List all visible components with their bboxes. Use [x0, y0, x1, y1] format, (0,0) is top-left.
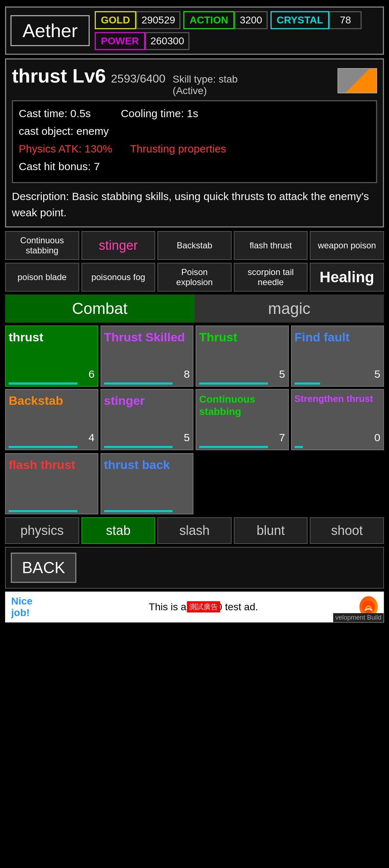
skill-title-area: thrust Lv6 2593/6400 Skill type: stab (A… [12, 65, 238, 97]
btn-backstab[interactable]: Backstab [157, 231, 232, 260]
skill-card-thrust2-bar [199, 382, 268, 385]
skill-card-thrust-skilled-name: Thrust Skilled [104, 330, 190, 345]
power-label: POWER [95, 32, 145, 50]
skill-card-stinger-level: 5 [104, 431, 190, 444]
btn-weapon-poison[interactable]: weapon poison [310, 231, 384, 260]
skill-info-panel: thrust Lv6 2593/6400 Skill type: stab (A… [5, 58, 384, 227]
cast-hit-row: Cast hit bonus: 7 [19, 159, 370, 173]
skill-card-thrust-skilled[interactable]: Thrust Skilled 8 [100, 326, 194, 387]
skill-type: Skill type: stab (Active) [173, 74, 238, 97]
skill-card-flash-thrust-bar [9, 510, 77, 512]
filter-buttons: physics stab slash blunt shoot [5, 517, 384, 544]
skill-card-strengthen-thrust-name: Strengthen thrust [295, 393, 381, 404]
physics-atk-row: Physics ATK: 130% Thrusting properties [19, 142, 370, 156]
skill-card-backstab-name: Backstab [9, 393, 95, 408]
skill-card-stinger-bar [104, 446, 173, 448]
skill-card-backstab-bar [9, 446, 77, 448]
skill-grid-bottom: flash thrust thrust back [5, 453, 384, 514]
skill-card-thrust-back-name: thrust back [104, 457, 190, 472]
skill-card-find-fault-level: 5 [295, 368, 381, 380]
btn-healing[interactable]: Healing [310, 263, 384, 292]
skill-header: thrust Lv6 2593/6400 Skill type: stab (A… [12, 65, 377, 97]
gold-label: GOLD [95, 11, 136, 29]
skill-card-thrust-name: thrust [9, 330, 95, 345]
skill-card-flash-thrust-name: flash thrust [9, 457, 95, 472]
btn-scorpion-tail[interactable]: scorpion tail needle [234, 263, 308, 292]
skill-card-find-fault-name: Find fault [295, 330, 381, 345]
dev-badge: velopment Build [333, 613, 384, 622]
action-stat: ACTION 3200 [183, 11, 268, 29]
character-name: Aether [10, 15, 90, 46]
filter-physics[interactable]: physics [5, 517, 79, 544]
skill-card-continuous-stabbing-level: 7 [199, 431, 285, 444]
action-value: 3200 [234, 11, 268, 29]
btn-poison-explosion[interactable]: Poison explosion [157, 263, 232, 292]
skill-card-strengthen-thrust[interactable]: Strengthen thrust 0 [291, 389, 384, 450]
skill-card-backstab[interactable]: Backstab 4 [5, 389, 98, 450]
btn-continuous-stabbing[interactable]: Continuous stabbing [5, 231, 79, 260]
btn-poisonous-fog[interactable]: poisonous fog [81, 263, 156, 292]
skill-card-thrust-bar [9, 382, 77, 385]
back-area: BACK [5, 547, 384, 589]
skill-card-flash-thrust[interactable]: flash thrust [5, 453, 98, 514]
filter-stab[interactable]: stab [81, 517, 156, 544]
crystal-stat: CRYSTAL 78 [270, 11, 362, 29]
skill-grid-empty-2 [291, 453, 384, 514]
skill-name: thrust Lv6 [12, 65, 106, 87]
skill-grid: thrust 6 Thrust Skilled 8 Thrust 5 Find … [5, 326, 384, 450]
tab-combat[interactable]: Combat [5, 294, 194, 323]
skill-card-thrust-back-bar [104, 510, 173, 512]
ad-nicejob: Nice job! [11, 595, 48, 619]
skill-card-find-fault-bar [295, 382, 321, 385]
skill-card-thrust2[interactable]: Thrust 5 [196, 326, 289, 387]
power-value: 260300 [145, 32, 189, 50]
stats-area: GOLD 290529 ACTION 3200 CRYSTAL 78 POWER… [95, 11, 379, 50]
skill-card-find-fault[interactable]: Find fault 5 [291, 326, 384, 387]
cast-object-row: cast object: enemy [19, 124, 370, 138]
power-stat: POWER 260300 [95, 32, 189, 50]
gold-stat: GOLD 290529 [95, 11, 180, 29]
skill-card-continuous-stabbing-bar [199, 446, 268, 448]
cast-time-row: Cast time: 0.5s Cooling time: 1s [19, 106, 370, 120]
skill-card-stinger[interactable]: stinger 5 [100, 389, 194, 450]
skill-card-thrust2-level: 5 [199, 368, 285, 380]
skill-description: Description: Basic stabbing skills, usin… [12, 183, 377, 226]
skill-card-thrust-back[interactable]: thrust back [100, 453, 194, 514]
ad-inner: 測試廣告 This is a 320x50 test ad. [48, 601, 359, 613]
skill-card-backstab-level: 4 [9, 431, 95, 444]
skill-card-thrust-skilled-bar [104, 382, 173, 385]
skill-grid-empty-1 [196, 453, 289, 514]
tab-magic[interactable]: magic [194, 294, 384, 323]
ad-banner: Nice job! 測試廣告 This is a 320x50 test ad.… [5, 592, 384, 623]
btn-flash-thrust[interactable]: flash thrust [234, 231, 308, 260]
header: Aether GOLD 290529 ACTION 3200 CRYSTAL 7… [5, 6, 384, 55]
skill-card-thrust-skilled-level: 8 [104, 368, 190, 380]
crystal-value: 78 [329, 11, 362, 29]
skill-card-continuous-stabbing-name: Continuous stabbing [199, 393, 285, 417]
skill-buttons-row1: Continuous stabbing stinger Backstab fla… [5, 231, 384, 260]
skill-card-strengthen-thrust-level: 0 [295, 431, 381, 444]
skill-card-thrust[interactable]: thrust 6 [5, 326, 98, 387]
skill-card-strengthen-thrust-bar [295, 446, 303, 448]
gold-value: 290529 [136, 11, 180, 29]
skill-card-thrust2-name: Thrust [199, 330, 285, 345]
skill-card-stinger-name: stinger [104, 393, 190, 408]
back-button[interactable]: BACK [11, 553, 76, 583]
skill-icon [337, 68, 377, 93]
svg-point-0 [362, 601, 375, 614]
skill-card-continuous-stabbing[interactable]: Continuous stabbing 7 [196, 389, 289, 450]
skill-xp: 2593/6400 [111, 72, 165, 85]
skill-card-thrust-level: 6 [9, 368, 95, 380]
btn-stinger[interactable]: stinger [81, 231, 156, 260]
filter-slash[interactable]: slash [157, 517, 232, 544]
filter-blunt[interactable]: blunt [234, 517, 308, 544]
btn-poison-blade[interactable]: poison blade [5, 263, 79, 292]
skill-details: Cast time: 0.5s Cooling time: 1s cast ob… [12, 100, 377, 183]
crystal-label: CRYSTAL [270, 11, 329, 29]
action-label: ACTION [183, 11, 234, 29]
ad-label: 測試廣告 [187, 601, 220, 612]
skill-buttons-row2: poison blade poisonous fog Poison explos… [5, 263, 384, 292]
filter-shoot[interactable]: shoot [310, 517, 384, 544]
combat-magic-tabs: Combat magic [5, 294, 384, 323]
